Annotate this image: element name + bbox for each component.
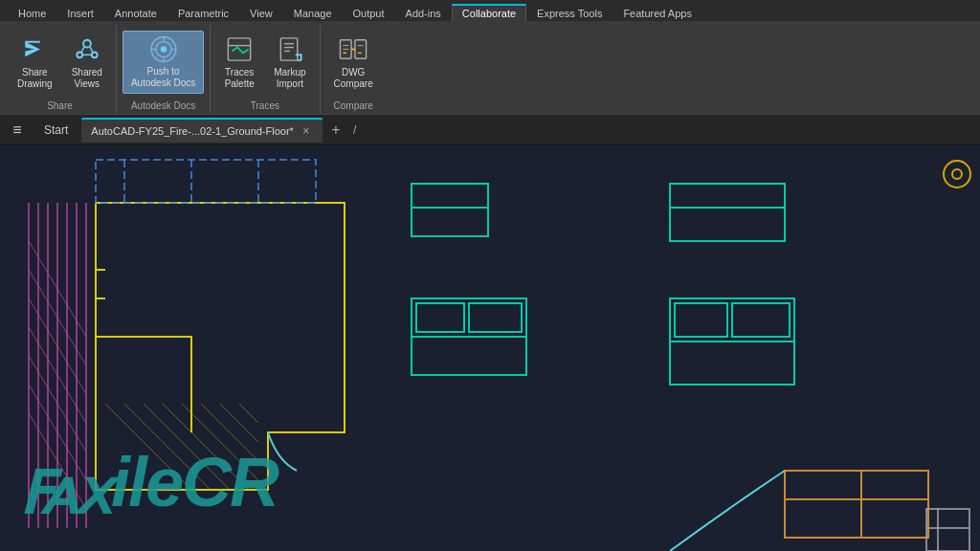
tab-separator: / — [349, 123, 356, 137]
start-label: Start — [44, 123, 68, 137]
markup-import-label: MarkupImport — [274, 67, 305, 90]
group-traces: TracesPalette MarkupImport Traces — [211, 25, 320, 114]
docs-buttons: Push toAutodesk Docs — [122, 25, 204, 99]
group-autodesk-docs: Push toAutodesk Docs Autodesk Docs — [117, 25, 211, 114]
dwg-compare-icon — [338, 34, 368, 64]
dwg-compare-button[interactable]: DWGCompare — [326, 31, 381, 94]
traces-palette-button[interactable]: TracesPalette — [216, 31, 262, 94]
share-buttons: ShareDrawing SharedViews — [10, 25, 110, 99]
drawing-area[interactable]: ℻ileCR — [0, 145, 980, 551]
shared-views-label: SharedViews — [72, 67, 102, 90]
docs-group-label: Autodesk Docs — [122, 99, 204, 114]
ribbon-content: ShareDrawing SharedViews Share — [0, 21, 980, 114]
share-group-label: Share — [10, 99, 110, 114]
ribbon: Home Insert Annotate Parametric View Man… — [0, 0, 980, 115]
tab-home[interactable]: Home — [8, 5, 56, 21]
tab-parametric[interactable]: Parametric — [167, 5, 239, 21]
traces-buttons: TracesPalette MarkupImport — [216, 25, 313, 99]
compare-buttons: DWGCompare — [326, 25, 381, 99]
tab-featured[interactable]: Featured Apps — [612, 5, 702, 21]
push-to-docs-label: Push toAutodesk Docs — [131, 66, 195, 89]
svg-point-2 — [83, 39, 91, 47]
svg-point-3 — [77, 52, 82, 57]
file-tab[interactable]: AutoCAD-FY25_Fire-...02-1_Ground-Floor* … — [81, 118, 323, 143]
svg-rect-23 — [355, 39, 367, 57]
share-drawing-icon — [19, 34, 50, 64]
compare-group-label: Compare — [326, 99, 381, 114]
hamburger-icon: ≡ — [12, 121, 21, 139]
traces-palette-icon — [224, 34, 255, 64]
menu-icon[interactable]: ≡ — [4, 119, 31, 142]
svg-point-4 — [92, 52, 98, 57]
add-tab-button[interactable]: + — [324, 119, 347, 142]
close-tab-button[interactable]: × — [300, 124, 313, 138]
tab-collaborate[interactable]: Collaborate — [452, 4, 526, 21]
tab-addins[interactable]: Add-ins — [395, 5, 452, 21]
traces-palette-label: TracesPalette — [225, 67, 255, 90]
svg-line-5 — [81, 46, 84, 52]
shared-views-button[interactable]: SharedViews — [64, 31, 110, 94]
push-to-docs-button[interactable]: Push toAutodesk Docs — [122, 31, 204, 94]
svg-rect-17 — [280, 37, 297, 59]
shared-views-icon — [72, 34, 102, 64]
share-drawing-label: ShareDrawing — [17, 67, 53, 90]
tab-output[interactable]: Output — [343, 5, 395, 21]
traces-group-label: Traces — [216, 99, 313, 114]
tab-bar: ≡ Start AutoCAD-FY25_Fire-...02-1_Ground… — [0, 115, 980, 145]
tab-annotate[interactable]: Annotate — [104, 5, 167, 21]
markup-import-button[interactable]: MarkupImport — [266, 31, 313, 94]
push-to-docs-icon — [146, 35, 181, 63]
svg-line-6 — [90, 46, 93, 52]
tab-view[interactable]: View — [239, 5, 283, 21]
start-tab[interactable]: Start — [33, 118, 79, 143]
markup-import-icon — [275, 34, 305, 64]
share-drawing-button[interactable]: ShareDrawing — [10, 31, 60, 94]
group-compare: DWGCompare Compare — [321, 25, 387, 114]
tab-insert[interactable]: Insert — [56, 5, 104, 21]
cad-canvas — [0, 145, 980, 551]
tab-manage[interactable]: Manage — [283, 5, 343, 21]
group-share: ShareDrawing SharedViews Share — [4, 25, 117, 114]
svg-marker-0 — [26, 41, 41, 56]
ribbon-tabs: Home Insert Annotate Parametric View Man… — [0, 0, 980, 21]
dwg-compare-label: DWGCompare — [334, 67, 373, 90]
tab-express[interactable]: Express Tools — [526, 5, 612, 21]
add-icon: + — [331, 121, 340, 139]
file-tab-label: AutoCAD-FY25_Fire-...02-1_Ground-Floor* — [91, 125, 294, 137]
svg-point-10 — [160, 46, 166, 52]
